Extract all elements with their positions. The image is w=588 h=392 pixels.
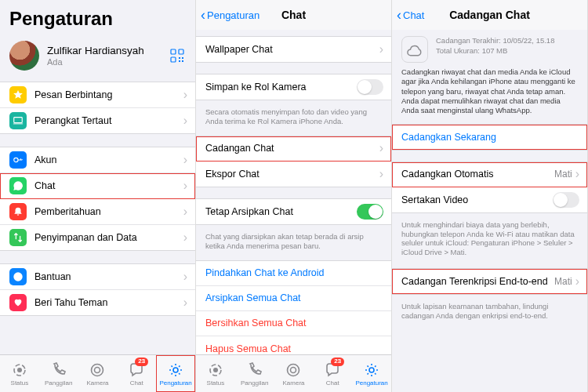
calls-icon (246, 361, 263, 379)
navbar: ‹Pengaturan Chat (196, 0, 391, 30)
settings-row-penyimpanan-dan-data[interactable]: Penyimpanan dan Data› (0, 225, 195, 250)
status-icon (11, 361, 28, 379)
tab-camera[interactable]: Kamera (78, 355, 118, 392)
tab-chat[interactable]: Chat23 (117, 355, 156, 392)
chevron-right-icon: › (183, 88, 187, 102)
row-label: Cadangkan Otomatis (401, 169, 554, 180)
settings-row-akun[interactable]: Akun› (0, 147, 195, 173)
delete-all-row[interactable]: Hapus Semua Chat (196, 336, 391, 355)
move-android-row[interactable]: Pindahkan Chat ke Android (196, 261, 391, 286)
chevron-right-icon: › (575, 167, 579, 181)
include-video-row[interactable]: Sertakan Video (392, 187, 587, 212)
backup-description: Cadangkan riwayat chat dan media Anda ke… (392, 66, 587, 124)
chat-settings-screen: ‹Pengaturan Chat Wallpaper Chat › Simpan… (196, 0, 392, 392)
page-title: Pengaturan (0, 0, 195, 36)
settings-icon (363, 361, 380, 379)
row-label: Tetap Arsipkan Chat (205, 206, 357, 217)
group-account: Akun›Chat›Pemberitahuan›Penyimpanan dan … (0, 147, 195, 251)
chevron-right-icon: › (379, 141, 383, 155)
tab-label: Kamera (86, 379, 108, 387)
laptop-icon (9, 112, 27, 129)
tab-label: Status (11, 379, 29, 387)
navbar: ‹Chat Cadangan Chat (392, 0, 587, 30)
settings-row-pesan-berbintang[interactable]: Pesan Berbintang› (0, 82, 195, 108)
row-label: Akun (34, 154, 183, 165)
chat-backup-row[interactable]: Cadangan Chat › (196, 136, 391, 162)
settings-row-beri-tahu-teman[interactable]: Beri Tahu Teman› (0, 290, 195, 315)
row-value: Mati (554, 276, 572, 287)
toggle-off[interactable] (357, 79, 383, 95)
cloud-icon (401, 36, 428, 63)
badge: 23 (135, 358, 148, 366)
chevron-left-icon: ‹ (397, 8, 401, 22)
e2e-backup-row[interactable]: Cadangan Terenkripsi End-to-end Mati › (392, 269, 587, 294)
qr-icon[interactable] (169, 47, 186, 64)
info-icon (9, 268, 27, 285)
tab-bar: StatusPanggilanKameraChat23Pengaturan (0, 354, 195, 392)
caption: Untuk lapisan keamanan tambahan, lindung… (392, 299, 587, 321)
back-button[interactable]: ‹Chat (397, 8, 424, 22)
tab-camera[interactable]: Kamera (274, 355, 314, 392)
row-label: Bantuan (34, 271, 183, 282)
row-label: Beri Tahu Teman (34, 297, 183, 308)
tab-settings[interactable]: Pengaturan (156, 355, 195, 392)
tab-label: Chat (130, 379, 143, 387)
tab-status[interactable]: Status (0, 355, 39, 392)
bell-icon (9, 203, 27, 220)
row-label: Pindahkan Chat ke Android (205, 267, 383, 278)
settings-row-pemberitahuan[interactable]: Pemberitahuan› (0, 199, 195, 225)
row-label: Wallpaper Chat (205, 44, 379, 55)
tab-bar: StatusPanggilanKameraChat23Pengaturan (196, 354, 391, 392)
status-icon (207, 361, 224, 379)
back-label: Chat (403, 9, 424, 21)
row-label: Pesan Berbintang (34, 89, 183, 100)
settings-icon (167, 361, 184, 379)
settings-row-chat[interactable]: Chat› (0, 173, 195, 199)
row-label: Bersihkan Semua Chat (205, 318, 383, 328)
chevron-right-icon: › (183, 153, 187, 167)
export-chat-row[interactable]: Ekspor Chat › (196, 162, 391, 187)
chevron-right-icon: › (183, 296, 187, 310)
archive-all-row[interactable]: Arsipkan Semua Chat (196, 286, 391, 311)
chevron-left-icon: ‹ (201, 8, 205, 22)
chevron-right-icon: › (575, 274, 579, 289)
chevron-right-icon: › (183, 230, 187, 245)
tab-settings[interactable]: Pengaturan (352, 355, 391, 392)
toggle-on[interactable] (357, 204, 383, 220)
settings-row-bantuan[interactable]: Bantuan› (0, 264, 195, 290)
profile-row[interactable]: Zulfikar Hardiansyah Ada (0, 36, 195, 82)
group-help: Bantuan›Beri Tahu Teman› (0, 263, 195, 316)
row-label: Cadangkan Sekarang (401, 132, 579, 143)
row-label: Ekspor Chat (205, 169, 379, 180)
row-label: Perangkat Tertaut (34, 115, 183, 126)
row-label: Arsipkan Semua Chat (205, 292, 383, 303)
row-label: Chat (34, 180, 183, 191)
chevron-right-icon: › (183, 270, 187, 284)
toggle-off[interactable] (553, 192, 579, 208)
tab-calls[interactable]: Panggilan (235, 355, 274, 392)
tab-calls[interactable]: Panggilan (39, 355, 78, 392)
chevron-right-icon: › (379, 167, 383, 181)
calls-icon (50, 361, 67, 379)
wallpaper-row[interactable]: Wallpaper Chat › (196, 37, 391, 62)
back-button[interactable]: ‹Pengaturan (201, 8, 260, 22)
save-camera-roll-row[interactable]: Simpan ke Rol Kamera (196, 74, 391, 100)
star-icon (9, 86, 27, 103)
camera-icon (89, 361, 106, 379)
row-label: Cadangan Terenkripsi End-to-end (401, 276, 554, 287)
backup-meta: Cadangan Terakhir: 10/05/22, 15.18 Total… (436, 36, 554, 63)
caption: Untuk menghindari biaya data yang berleb… (392, 218, 587, 258)
row-label: Simpan ke Rol Kamera (205, 82, 357, 93)
keep-archived-row[interactable]: Tetap Arsipkan Chat (196, 199, 391, 224)
chat-backup-screen: ‹Chat Cadangan Chat Cadangan Terakhir: 1… (392, 0, 588, 392)
arrows-icon (9, 229, 27, 246)
clear-all-row[interactable]: Bersihkan Semua Chat (196, 311, 391, 336)
backup-now-row[interactable]: Cadangkan Sekarang (392, 125, 587, 150)
screen-title: Cadangan Chat (449, 9, 530, 21)
tab-label: Panggilan (45, 379, 73, 387)
auto-backup-row[interactable]: Cadangkan Otomatis Mati › (392, 162, 587, 187)
settings-row-perangkat-tertaut[interactable]: Perangkat Tertaut› (0, 108, 195, 133)
tab-chat[interactable]: Chat23 (313, 355, 352, 392)
camera-icon (285, 361, 302, 379)
tab-status[interactable]: Status (196, 355, 235, 392)
